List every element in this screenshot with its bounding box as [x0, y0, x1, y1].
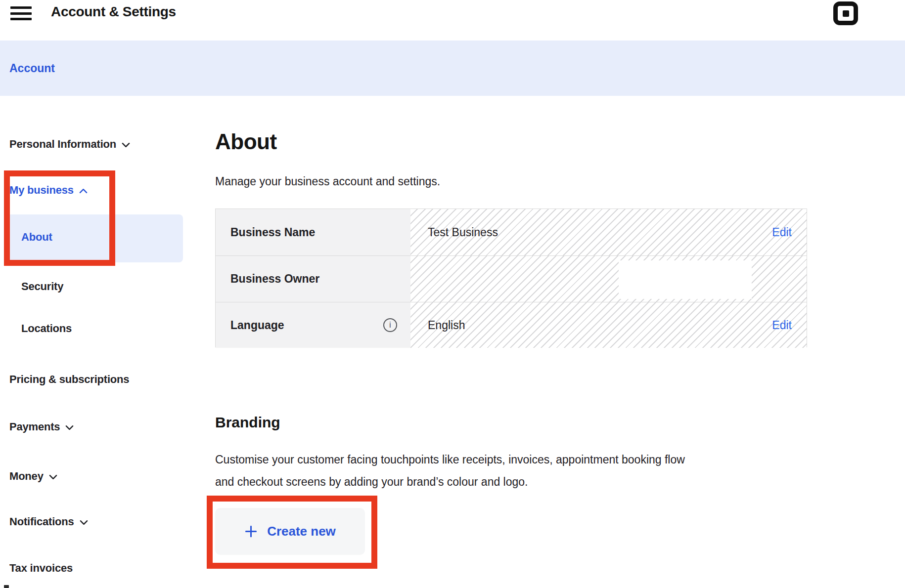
section-subtitle: Manage your business account and setting… — [215, 175, 440, 188]
chevron-up-icon — [79, 187, 88, 194]
branding-description-line2: and checkout screens by adding your bran… — [215, 475, 528, 488]
sidebar-item-label: Payments — [9, 420, 60, 434]
table-row-business-owner: Business Owner — [216, 255, 807, 302]
sidebar-item-label: Pricing & subscriptions — [9, 373, 129, 386]
section-title: About — [215, 129, 277, 154]
sidebar-item-label: Tax invoices — [9, 561, 73, 575]
business-settings-table: Business Name Test Business Edit Busines… — [215, 209, 807, 347]
sidebar-item-label: My business — [9, 183, 74, 197]
square-logo-icon[interactable] — [833, 1, 858, 25]
sidebar-item-label: About — [21, 230, 52, 244]
sidebar-item-tax-invoices[interactable]: Tax invoices — [9, 561, 73, 575]
sidebar-item-notifications[interactable]: Notifications — [9, 515, 88, 529]
row-value-cell — [410, 256, 807, 302]
account-settings-page: Account & Settings Account Personal Info… — [0, 0, 905, 588]
app-header: Account & Settings — [0, 0, 905, 41]
edit-language-link[interactable]: Edit — [772, 319, 792, 332]
sidebar-item-about[interactable]: About — [21, 230, 52, 244]
account-breadcrumb-link[interactable]: Account — [9, 41, 55, 96]
redacted-value-box — [619, 260, 752, 299]
sidebar-item-locations[interactable]: Locations — [21, 322, 72, 336]
sidebar-item-label: Personal Information — [9, 137, 116, 151]
row-label: Business Owner — [216, 256, 410, 302]
sidebar-item-personal-information[interactable]: Personal Information — [9, 137, 130, 151]
language-value: English — [428, 319, 465, 332]
create-new-button[interactable]: Create new — [215, 508, 365, 555]
sidebar-item-label: Security — [21, 280, 63, 294]
branding-description: Customise your customer facing touchpoin… — [215, 449, 685, 493]
sidebar-item-payments[interactable]: Payments — [9, 420, 74, 434]
row-value-cell: Test Business Edit — [410, 209, 807, 255]
square-logo-inner — [843, 10, 849, 17]
sidebar-item-label: Money — [9, 469, 44, 483]
row-value-cell: English Edit — [410, 302, 807, 348]
page-title: Account & Settings — [51, 4, 176, 20]
chevron-down-icon — [122, 141, 130, 148]
table-row-business-name: Business Name Test Business Edit — [216, 209, 807, 255]
chevron-down-icon — [65, 423, 74, 430]
branding-description-line1: Customise your customer facing touchpoin… — [215, 453, 685, 466]
sidebar-item-label: Locations — [21, 322, 72, 336]
info-circle-icon[interactable]: i — [383, 318, 397, 332]
sidebar-item-label: Notifications — [9, 515, 74, 529]
menu-icon[interactable] — [10, 6, 32, 20]
business-name-value: Test Business — [428, 226, 498, 239]
branding-title: Branding — [215, 414, 280, 431]
sidebar-item-money[interactable]: Money — [9, 469, 57, 483]
plus-icon — [244, 525, 258, 538]
account-banner: Account — [0, 41, 905, 96]
edit-business-name-link[interactable]: Edit — [772, 226, 792, 239]
row-label: Business Name — [216, 209, 410, 255]
sidebar-item-security[interactable]: Security — [21, 280, 63, 294]
sidebar: Personal Information My business About S… — [0, 96, 183, 588]
table-row-language: Language i English Edit — [216, 302, 807, 348]
row-label-text: Language — [230, 319, 284, 332]
chevron-down-icon — [49, 473, 57, 480]
row-label: Language i — [216, 302, 410, 348]
cutoff-sidebar-item-artifact — [4, 585, 9, 588]
sidebar-item-pricing-subscriptions[interactable]: Pricing & subscriptions — [9, 373, 129, 386]
sidebar-item-my-business[interactable]: My business — [9, 183, 88, 197]
create-new-label: Create new — [267, 524, 336, 539]
chevron-down-icon — [80, 518, 88, 525]
